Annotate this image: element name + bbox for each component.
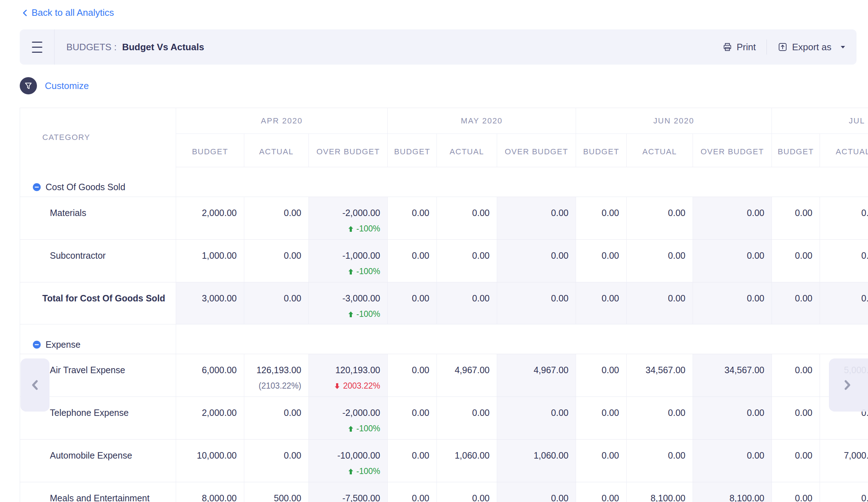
toolbar-divider: [54, 29, 55, 65]
value-cell: 0.00: [388, 397, 437, 440]
delta-percent: -100%: [311, 267, 380, 276]
cell-value: 0.00: [390, 208, 429, 218]
scroll-left-button[interactable]: [20, 358, 49, 412]
value-cell: 0.00: [772, 240, 820, 282]
value-cell: 0.00: [576, 440, 627, 482]
cell-value: 0.00: [439, 408, 490, 418]
value-cell: 4,967.00: [437, 354, 497, 397]
cell-value: 0.00: [499, 408, 569, 418]
cell-value: 10,000.00: [178, 450, 237, 461]
table-row: Subcontractor1,000.000.00-1,000.00-100%0…: [20, 240, 868, 282]
value-cell: 120,193.002003.22%: [309, 354, 388, 397]
toolbar-separator: [766, 39, 767, 55]
value-cell: 0.00: [627, 197, 693, 240]
sub-column-header: BUDGET: [176, 134, 244, 167]
cell-value: 0.00: [578, 208, 619, 218]
cell-value: 0.00: [774, 493, 812, 502]
cell-value: 0.00: [774, 450, 812, 461]
cell-value: -2,000.00: [311, 208, 380, 218]
arrow-up-icon: [347, 311, 354, 318]
export-as-button[interactable]: Export as: [778, 42, 846, 53]
back-link[interactable]: Back to all Analytics: [21, 7, 114, 18]
sub-column-header: OVER BUDGET: [497, 134, 576, 167]
table-row: Telephone Expense2,000.000.00-2,000.00-1…: [20, 397, 868, 440]
sub-column-header: OVER BUDGET: [693, 134, 772, 167]
cell-value: 0.00: [822, 293, 868, 304]
table-row: Cost Of Goods Sold: [20, 167, 868, 197]
table-row: Total for Cost Of Goods Sold3,000.000.00…: [20, 282, 868, 324]
customize-row: Customize: [20, 77, 89, 94]
value-cell: 0.00: [693, 440, 772, 482]
cell-value: 34,567.00: [629, 365, 685, 375]
menu-icon[interactable]: [20, 29, 54, 65]
group-label: Cost Of Goods Sold: [46, 182, 125, 192]
cell-value: 0.00: [629, 450, 685, 461]
cell-value: 0.00: [578, 365, 619, 375]
delta-percent: -100%: [311, 309, 380, 319]
cell-value: 0.00: [695, 250, 764, 261]
sub-column-header: ACTUAL: [820, 134, 868, 167]
value-cell: 0.00: [627, 282, 693, 324]
cell-value: 0.00: [246, 250, 301, 261]
value-cell: 0.00: [820, 482, 868, 502]
budget-vs-actuals-table-container: CATEGORYAPR 2020MAY 2020JUN 2020JUL 2020…: [20, 108, 868, 502]
group-category-cell: Expense: [20, 324, 176, 354]
cell-value: 0.00: [629, 208, 685, 218]
cell-value: 0.00: [246, 450, 301, 461]
group-row-spacer: [176, 324, 868, 354]
cell-value: 0.00: [439, 208, 490, 218]
value-cell: 6,000.00: [176, 354, 244, 397]
back-link-label: Back to all Analytics: [32, 7, 114, 18]
value-cell: 0.00: [576, 354, 627, 397]
cell-value: 0.00: [246, 208, 301, 218]
chevron-left-icon: [21, 8, 30, 18]
value-cell: 0.00: [693, 397, 772, 440]
cell-value: 0.00: [774, 408, 812, 418]
chevron-left-icon: [29, 379, 41, 391]
arrow-up-icon: [347, 468, 354, 475]
collapse-toggle-icon[interactable]: [32, 183, 41, 192]
value-cell: 0.00: [576, 482, 627, 502]
print-button[interactable]: Print: [722, 42, 756, 53]
scroll-right-button[interactable]: [829, 358, 868, 412]
report-name: Budget Vs Actuals: [122, 42, 204, 52]
cell-value: 0.00: [246, 408, 301, 418]
cell-value: 3,000.00: [178, 293, 237, 304]
cell-value: 0.00: [439, 250, 490, 261]
cell-value: 0.00: [390, 250, 429, 261]
cell-value: 7,000.00: [822, 450, 868, 461]
category-cell: Materials: [20, 197, 176, 240]
cell-value: 0.00: [578, 293, 619, 304]
cell-value: 500.00: [246, 493, 301, 502]
value-cell: 0.00: [627, 440, 693, 482]
cell-value: 0.00: [774, 250, 812, 261]
value-cell: 0.00: [388, 440, 437, 482]
cell-value: 0.00: [822, 208, 868, 218]
value-cell: 0.00: [244, 240, 309, 282]
value-cell: -3,000.00-100%: [309, 282, 388, 324]
sub-column-header: ACTUAL: [437, 134, 497, 167]
value-cell: 0.00: [576, 282, 627, 324]
customize-button[interactable]: Customize: [45, 80, 89, 92]
value-cell: 0.00: [437, 240, 497, 282]
cell-value: 2,000.00: [178, 408, 237, 418]
value-cell: 0.00: [388, 240, 437, 282]
cell-value: 0.00: [499, 293, 569, 304]
export-icon: [778, 42, 788, 52]
cell-value: 0.00: [695, 208, 764, 218]
cell-value: 0.00: [390, 408, 429, 418]
arrow-up-icon: [347, 425, 354, 432]
collapse-toggle-icon[interactable]: [32, 340, 41, 349]
month-column-header: MAY 2020: [388, 108, 576, 134]
cell-value: 0.00: [695, 408, 764, 418]
cell-value: 0.00: [695, 293, 764, 304]
value-cell: 1,000.00: [176, 240, 244, 282]
value-cell: 10,000.00: [176, 440, 244, 482]
sub-column-header: OVER BUDGET: [309, 134, 388, 167]
filter-icon[interactable]: [20, 77, 37, 94]
value-cell: 0.00: [772, 440, 820, 482]
cell-value: 6,000.00: [178, 365, 237, 375]
value-cell: 2,000.00: [176, 197, 244, 240]
sub-column-header: BUDGET: [772, 134, 820, 167]
value-cell: 34,567.00: [627, 354, 693, 397]
